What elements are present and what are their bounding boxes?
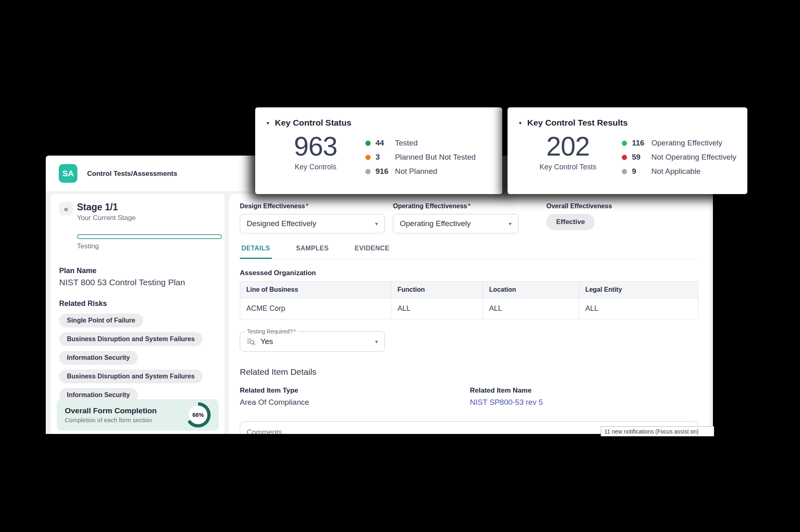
legend-row: 59 Not Operating Effectively — [622, 152, 736, 162]
overall-effectiveness-label: Overall Effectiveness — [546, 203, 612, 210]
overall-form-completion-card: Overall Form Completion Completion of ea… — [57, 399, 219, 431]
chevron-double-left-icon: « — [64, 204, 68, 214]
key-controls-label: Key Controls — [281, 163, 350, 171]
screenshot-canvas: SA Control Tests/Assessments « Stage 1/1… — [0, 0, 800, 532]
legend-count: 3 — [375, 153, 395, 162]
table-cell: ALL — [579, 298, 698, 319]
notification-toast[interactable]: 11 new notifications (Focus assist on) — [601, 426, 714, 436]
status-dot-planned — [365, 155, 371, 160]
completion-subtitle: Completion of each form section — [65, 417, 186, 423]
table-cell: ACME Corp — [240, 298, 391, 319]
legend-count: 59 — [632, 153, 651, 162]
risk-pill[interactable]: Information Security — [59, 351, 138, 365]
related-item-name-label: Related Item Name — [470, 387, 543, 395]
card-title: Key Control Test Results — [527, 118, 628, 128]
column-header: Location — [483, 282, 579, 298]
table-row: ACME Corp ALL ALL ALL — [240, 298, 698, 319]
tab-details[interactable]: DETAILS — [240, 245, 272, 259]
operating-effectiveness-select[interactable]: Operating Effectively ▾ — [393, 214, 518, 233]
related-item-type-value: Area Of Compliance — [240, 398, 470, 407]
legend-label: Not Planned — [395, 167, 437, 176]
legend-count: 116 — [632, 139, 651, 147]
design-effectiveness-label: Design Effectiveness* — [240, 203, 393, 210]
legend-label: Planned But Not Tested — [395, 153, 476, 162]
tab-samples[interactable]: SAMPLES — [294, 245, 331, 259]
legend-count: 9 — [632, 167, 651, 176]
required-asterisk: * — [306, 203, 308, 209]
plan-name-label: Plan Name — [59, 267, 216, 275]
operating-effectiveness-label: Operating Effectiveness* — [393, 203, 546, 210]
chevron-down-icon: ▾ — [375, 338, 378, 345]
status-legend: 44 Tested 3 Planned But Not Tested 916 N… — [365, 138, 476, 181]
key-control-status-card: ▾ Key Control Status 963 Key Controls 44… — [255, 107, 502, 194]
completion-percent: 66% — [189, 406, 207, 424]
required-asterisk: * — [468, 203, 470, 209]
legend-count: 44 — [375, 139, 395, 147]
design-effectiveness-select[interactable]: Designed Effectively ▾ — [240, 214, 385, 233]
key-control-test-results-card: ▾ Key Control Test Results 202 Key Contr… — [508, 107, 747, 194]
caret-down-icon[interactable]: ▾ — [267, 120, 269, 126]
result-dot-not-operating — [622, 155, 627, 160]
assessment-form-panel: Design Effectiveness* Designed Effective… — [229, 194, 710, 434]
completion-ring: 66% — [186, 402, 211, 427]
risk-pill[interactable]: Single Point of Failure — [59, 314, 143, 327]
legend-row: 9 Not Applicable — [622, 167, 736, 176]
legend-count: 916 — [375, 167, 395, 176]
risk-pill-list[interactable]: Single Point of Failure Business Disrupt… — [59, 314, 216, 400]
column-header: Function — [391, 282, 483, 298]
caret-down-icon[interactable]: ▾ — [519, 120, 522, 126]
table-cell: ALL — [391, 298, 483, 319]
legend-row: 116 Operating Effectively — [622, 138, 736, 148]
table-header-row: Line of Business Function Location Legal… — [240, 282, 698, 298]
related-item-details-title: Related Item Details — [240, 367, 698, 377]
required-asterisk: * — [294, 328, 296, 335]
testing-required-label: Testing Required?* — [245, 328, 298, 335]
page-title: Control Tests/Assessments — [87, 170, 177, 178]
risk-pill[interactable]: Business Disruption and System Failures — [59, 370, 203, 383]
legend-label: Not Applicable — [651, 167, 700, 176]
results-legend: 116 Operating Effectively 59 Not Operati… — [622, 138, 736, 181]
legend-row: 3 Planned But Not Tested — [365, 152, 476, 162]
overall-effectiveness-badge: Effective — [546, 214, 595, 230]
stage-sidebar: « Stage 1/1 Your Current Stage Testing P… — [51, 194, 224, 434]
legend-label: Operating Effectively — [651, 139, 722, 147]
result-dot-not-applicable — [622, 169, 627, 174]
control-tests-window: SA Control Tests/Assessments « Stage 1/1… — [46, 156, 713, 434]
assessed-organization-table: Line of Business Function Location Legal… — [240, 281, 698, 319]
form-tabs: DETAILS SAMPLES EVIDENCE — [240, 245, 698, 259]
legend-label: Tested — [395, 139, 418, 147]
collapse-sidebar-button[interactable]: « — [59, 202, 73, 216]
key-controls-count: 963 — [281, 132, 350, 160]
assessed-organization-title: Assessed Organization — [240, 269, 698, 277]
design-effectiveness-value: Designed Effectively — [247, 219, 316, 228]
legend-row: 44 Tested — [365, 138, 476, 148]
key-control-tests-count: 202 — [533, 132, 602, 160]
card-title: Key Control Status — [275, 118, 352, 128]
risk-pill[interactable]: Information Security — [59, 388, 138, 400]
related-item-name-link[interactable]: NIST SP800-53 rev 5 — [470, 398, 543, 407]
legend-label: Not Operating Effectively — [651, 153, 736, 162]
stage-name: Testing — [77, 242, 216, 250]
column-header: Legal Entity — [579, 282, 698, 298]
table-cell: ALL — [483, 298, 579, 319]
status-dot-not-planned — [365, 169, 371, 174]
stage-subtitle: Your Current Stage — [77, 214, 136, 222]
list-search-icon — [247, 337, 256, 346]
stage-title: Stage 1/1 — [77, 202, 136, 212]
result-dot-operating — [622, 141, 627, 146]
related-item-type-label: Related Item Type — [240, 387, 470, 395]
plan-name-value: NIST 800 53 Control Testing Plan — [59, 278, 216, 287]
testing-required-select[interactable]: Testing Required?* Yes ▾ — [240, 331, 385, 352]
status-dot-tested — [365, 141, 371, 146]
chevron-down-icon: ▾ — [375, 220, 378, 227]
risk-pill[interactable]: Business Disruption and System Failures — [59, 332, 203, 346]
completion-title: Overall Form Completion — [65, 406, 186, 415]
column-header: Line of Business — [240, 282, 391, 298]
related-risks-label: Related Risks — [59, 299, 216, 308]
chevron-down-icon: ▾ — [509, 220, 512, 227]
tab-evidence[interactable]: EVIDENCE — [353, 245, 391, 259]
testing-required-value: Yes — [260, 337, 273, 346]
key-control-tests-label: Key Control Tests — [533, 163, 602, 171]
stage-progress-bar — [77, 234, 222, 239]
legend-row: 916 Not Planned — [365, 167, 476, 176]
